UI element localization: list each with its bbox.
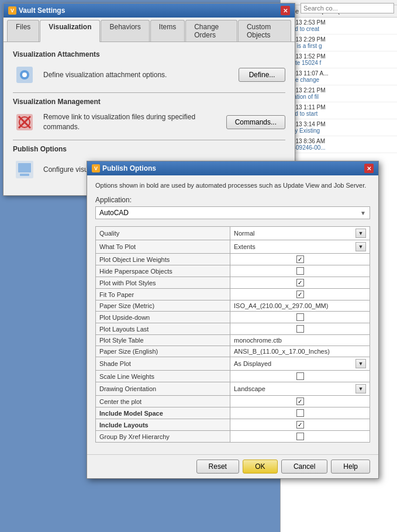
checkbox[interactable] — [296, 372, 304, 380]
tab-visualization[interactable]: Visualization — [40, 20, 100, 42]
po-application-label: Application: — [95, 196, 370, 204]
po-footer: Reset OK Cancel Help — [87, 454, 378, 478]
list-item[interactable]: 3/2013 1:11 PMNeed to start — [281, 102, 397, 119]
table-row: Paper Size (English)ANSI_B_(11.00_x_17.0… — [96, 346, 370, 357]
po-application-select[interactable]: AutoCAD ▼ — [95, 206, 370, 219]
list-item[interactable]: 7/2013 2:53 PMNeed to creat — [281, 18, 397, 34]
dropdown-arrow-icon[interactable]: ▼ — [355, 229, 366, 238]
table-cell-label: Plot Style Table — [96, 335, 230, 346]
table-cell-value[interactable] — [230, 396, 370, 407]
list-item[interactable]: 7/2013 2:29 PMThis is a first g — [281, 34, 397, 51]
po-description: Options shown in bold are used by automa… — [95, 181, 370, 190]
table-cell-label: Include Layouts — [96, 419, 230, 431]
tab-change-orders[interactable]: Change Orders — [185, 20, 237, 42]
table-cell-label: Scale Line Weights — [96, 371, 230, 382]
table-row: What To PlotExtents▼ — [96, 240, 370, 254]
publish-options-label: Publish Options — [13, 145, 285, 153]
table-cell-value[interactable]: Normal▼ — [230, 227, 370, 240]
search-input[interactable] — [301, 3, 394, 13]
table-cell-value[interactable] — [230, 323, 370, 335]
help-button[interactable]: Help — [331, 460, 370, 474]
table-cell-value[interactable] — [230, 277, 370, 289]
table-cell-label: Drawing Orientation — [96, 382, 230, 396]
list-item[interactable]: 8/2013 1:52 PMQuote 15024 f — [281, 51, 397, 68]
tab-behaviors[interactable]: Behaviors — [101, 20, 149, 42]
tabs-bar: Files Visualization Behaviors Items Chan… — [4, 18, 295, 42]
dropdown-arrow-icon[interactable]: ▼ — [355, 384, 366, 393]
table-cell-value: ANSI_B_(11.00_x_17.00_Inches) — [230, 346, 370, 357]
svg-rect-9 — [20, 174, 29, 176]
viz-attachments-row: Define visualization attachment options.… — [13, 63, 285, 87]
dropdown-arrow-icon[interactable]: ▼ — [355, 242, 366, 251]
ok-button[interactable]: OK — [243, 460, 278, 474]
viz-management-icon — [13, 110, 36, 134]
viz-management-label: Visualization Management — [13, 98, 285, 106]
table-cell-value: monochrome.ctb — [230, 335, 370, 346]
table-row: Include Layouts — [96, 419, 370, 431]
checkbox[interactable] — [296, 325, 304, 333]
vault-settings-title-bar: V Vault Settings ✕ — [4, 4, 295, 18]
tab-items[interactable]: Items — [150, 20, 185, 42]
checkbox[interactable] — [296, 267, 304, 275]
table-cell-label: Paper Size (English) — [96, 346, 230, 357]
publish-options-dialog: V Publish Options ✕ Options shown in bol… — [87, 161, 379, 479]
tab-custom-objects[interactable]: Custom Objects — [238, 20, 291, 42]
table-cell-value[interactable] — [230, 289, 370, 300]
table-cell-value[interactable]: Landscape▼ — [230, 382, 370, 396]
po-application-value: AutoCAD — [99, 209, 129, 217]
list-item[interactable]: 9/2013 3:14 PMCopy Existing — [281, 119, 397, 136]
viz-attachments-icon — [13, 63, 36, 87]
table-cell-label: Shade Plot — [96, 357, 230, 371]
checkbox[interactable] — [296, 313, 304, 321]
po-application-dropdown-arrow: ▼ — [360, 210, 366, 216]
table-cell-value[interactable]: Extents▼ — [230, 240, 370, 254]
tab-files[interactable]: Files — [7, 20, 39, 42]
table-row: Plot Upside-down — [96, 312, 370, 323]
checkbox[interactable] — [296, 291, 304, 298]
svg-point-2 — [22, 72, 27, 77]
checkbox[interactable] — [296, 398, 304, 405]
checkbox[interactable] — [296, 433, 304, 440]
reset-button[interactable]: Reset — [196, 460, 239, 474]
table-row: Include Model Space — [96, 407, 370, 419]
viz-management-text: Remove link to visualization files durin… — [43, 112, 219, 132]
commands-button[interactable]: Commands... — [226, 115, 285, 129]
vault-icon: V — [8, 6, 16, 15]
table-cell-value[interactable] — [230, 407, 370, 419]
list-item[interactable]: 0/2013 2:21 PMCreation of fil — [281, 85, 397, 102]
table-row: Plot Style Tablemonochrome.ctb — [96, 335, 370, 346]
cancel-button[interactable]: Cancel — [281, 460, 327, 474]
publish-options-icon — [13, 158, 36, 181]
table-cell-value[interactable] — [230, 431, 370, 443]
viz-attachments-text: Define visualization attachment options. — [43, 70, 232, 80]
table-cell-value[interactable] — [230, 254, 370, 265]
svg-rect-8 — [18, 163, 31, 172]
dropdown-arrow-icon[interactable]: ▼ — [355, 359, 366, 368]
po-settings-table: QualityNormal▼What To PlotExtents▼Plot O… — [95, 226, 370, 443]
po-title: Publish Options — [102, 164, 156, 172]
table-cell-value[interactable] — [230, 312, 370, 323]
table-cell-value[interactable] — [230, 371, 370, 382]
checkbox[interactable] — [296, 255, 304, 263]
vault-settings-close-button[interactable]: ✕ — [281, 6, 290, 15]
table-cell-value[interactable] — [230, 419, 370, 431]
checkbox[interactable] — [296, 421, 304, 429]
vault-settings-title: Vault Settings — [19, 6, 65, 15]
list-item[interactable]: 0/2013 8:36 AM905-09246-00... — [281, 136, 397, 153]
file-list: 7/2013 2:53 PMNeed to creat7/2013 2:29 P… — [281, 18, 397, 153]
table-row: Scale Line Weights — [96, 371, 370, 382]
checkbox[interactable] — [296, 279, 304, 286]
list-item[interactable]: 8/2013 11:07 A...make change — [281, 68, 397, 85]
table-cell-label: Center the plot — [96, 396, 230, 407]
checkbox[interactable] — [296, 409, 304, 417]
viz-attachments-label: Visualization Attachments — [13, 50, 285, 58]
table-row: Group By Xref Hierarchy — [96, 431, 370, 443]
define-button[interactable]: Define... — [239, 68, 285, 82]
table-row: Plot Object Line Weights — [96, 254, 370, 265]
table-cell-value[interactable] — [230, 265, 370, 277]
po-close-button[interactable]: ✕ — [364, 164, 374, 173]
po-body: Options shown in bold are used by automa… — [87, 175, 378, 454]
po-icon: V — [92, 164, 100, 172]
table-cell-value[interactable]: As Displayed▼ — [230, 357, 370, 371]
po-title-bar: V Publish Options ✕ — [87, 161, 378, 175]
